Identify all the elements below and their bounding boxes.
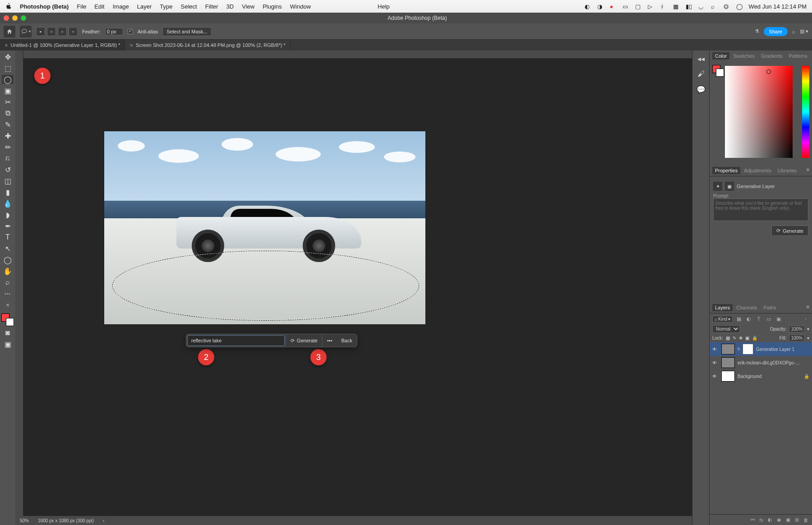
visibility-icon[interactable]: 👁 bbox=[712, 347, 719, 352]
filter-type-icon[interactable]: T bbox=[755, 315, 762, 322]
layer-name[interactable]: Background bbox=[738, 374, 761, 379]
tab-libraries[interactable]: Libraries bbox=[775, 167, 799, 174]
screenmode-tool[interactable]: ▣ bbox=[2, 340, 14, 349]
layer-thumbnail[interactable] bbox=[721, 357, 735, 368]
menu-type[interactable]: Type bbox=[160, 3, 172, 10]
selection-add-icon[interactable]: ▫ bbox=[47, 27, 56, 36]
document-tab[interactable]: × Untitled-1 @ 100% (Generative Layer 1,… bbox=[0, 40, 125, 51]
layer-filter-kind[interactable]: ⌕ Kind ▾ bbox=[712, 316, 733, 322]
zoom-level[interactable]: 50% bbox=[20, 518, 29, 523]
zoom-tool[interactable]: ⌕ bbox=[2, 278, 14, 287]
blur-tool[interactable]: 💧 bbox=[2, 199, 14, 208]
canvas[interactable]: 1 2 3 ⟳Generate ••• Back bbox=[23, 59, 692, 516]
calendar-icon[interactable]: ▦ bbox=[673, 3, 679, 9]
mask-icon[interactable]: ◐ bbox=[768, 517, 772, 523]
tab-channels[interactable]: Channels bbox=[734, 304, 760, 311]
battery-icon[interactable]: ▮▯ bbox=[686, 3, 692, 9]
fill-value[interactable]: 100% bbox=[789, 335, 804, 341]
swap-colors-icon[interactable]: ⤭ bbox=[2, 300, 14, 309]
app-name[interactable]: Photoshop (Beta) bbox=[20, 3, 69, 10]
shape-tool[interactable]: ◯ bbox=[2, 255, 14, 264]
brush-panel-icon[interactable]: 🖌 bbox=[697, 69, 706, 78]
selection-intersect-icon[interactable]: ▫ bbox=[69, 27, 78, 36]
home-button[interactable] bbox=[4, 26, 15, 37]
menu-filter[interactable]: Filter bbox=[205, 3, 218, 10]
brush-tool[interactable]: ✏ bbox=[2, 143, 14, 152]
delete-icon[interactable]: 🗑 bbox=[803, 517, 808, 523]
document-tab[interactable]: × Screen Shot 2023-06-14 at 12.04.48 PM.… bbox=[125, 40, 290, 51]
menu-help[interactable]: Help bbox=[378, 3, 390, 10]
menu-window[interactable]: Window bbox=[290, 3, 311, 10]
filter-pixel-icon[interactable]: ▦ bbox=[735, 315, 743, 322]
close-tab-icon[interactable]: × bbox=[129, 42, 133, 49]
clock[interactable]: Wed Jun 14 12:14 PM bbox=[749, 3, 807, 10]
feather-input[interactable] bbox=[105, 28, 123, 35]
siri-icon[interactable]: ◯ bbox=[736, 3, 743, 9]
menu-plugins[interactable]: Plugins bbox=[263, 3, 282, 10]
tab-layers[interactable]: Layers bbox=[712, 304, 733, 311]
menu-edit[interactable]: Edit bbox=[94, 3, 104, 10]
filter-adjust-icon[interactable]: ◐ bbox=[745, 315, 752, 322]
workspace-icon[interactable]: ▥ ▾ bbox=[800, 28, 808, 34]
menu-file[interactable]: File bbox=[77, 3, 86, 10]
adjustment-icon[interactable]: ◉ bbox=[777, 517, 781, 523]
prompt-textarea[interactable] bbox=[713, 198, 808, 221]
tab-patterns[interactable]: Patterns bbox=[786, 52, 810, 60]
clone-tool[interactable]: ⎌ bbox=[2, 154, 14, 163]
filter-shape-icon[interactable]: ▭ bbox=[765, 315, 772, 322]
status-icon[interactable]: ◑ bbox=[597, 3, 604, 9]
lock-position-icon[interactable]: ✥ bbox=[739, 336, 743, 341]
lasso-tool-icon[interactable]: ▾ bbox=[20, 26, 32, 37]
beaker-icon[interactable]: ⚗ bbox=[755, 28, 759, 34]
antialias-checkbox[interactable] bbox=[128, 29, 133, 34]
back-button[interactable]: Back bbox=[337, 334, 357, 347]
hand-tool[interactable]: ✋ bbox=[2, 267, 14, 276]
menu-layer[interactable]: Layer bbox=[137, 3, 152, 10]
edit-toolbar[interactable]: ••• bbox=[2, 289, 14, 298]
tab-paths[interactable]: Paths bbox=[761, 304, 779, 311]
layer-name[interactable]: Generative Layer 1 bbox=[756, 347, 794, 352]
color-cursor[interactable] bbox=[766, 69, 771, 74]
layer-row[interactable]: 👁 Background 🔒 bbox=[710, 369, 812, 383]
minimize-icon[interactable] bbox=[12, 15, 18, 21]
layer-row[interactable]: 👁 ⎘ Generative Layer 1 bbox=[710, 342, 812, 356]
path-tool[interactable]: ↖ bbox=[2, 244, 14, 253]
search-icon[interactable]: ⌕ bbox=[792, 29, 795, 34]
link-layers-icon[interactable]: ⚯ bbox=[751, 517, 755, 523]
eraser-tool[interactable]: ◫ bbox=[2, 176, 14, 185]
mini-swatches[interactable] bbox=[712, 65, 724, 77]
object-select-tool[interactable]: ▣ bbox=[2, 86, 14, 95]
pen-tool[interactable]: ✒ bbox=[2, 221, 14, 230]
maximize-icon[interactable] bbox=[21, 15, 26, 21]
tab-adjustments[interactable]: Adjustments bbox=[741, 167, 774, 174]
select-and-mask-button[interactable]: Select and Mask... bbox=[162, 27, 212, 36]
dodge-tool[interactable]: ◗ bbox=[2, 210, 14, 219]
status-icon[interactable]: ◐ bbox=[585, 3, 591, 9]
move-tool[interactable]: ✥ bbox=[2, 52, 14, 61]
vertical-ruler[interactable] bbox=[15, 51, 23, 516]
quickmask-tool[interactable]: ◙ bbox=[2, 328, 14, 337]
lock-nested-icon[interactable]: ▣ bbox=[745, 336, 749, 341]
record-icon[interactable]: ● bbox=[610, 3, 616, 9]
opacity-value[interactable]: 100% bbox=[789, 326, 804, 332]
close-icon[interactable] bbox=[4, 15, 9, 21]
menu-select[interactable]: Select bbox=[181, 3, 197, 10]
properties-generate-button[interactable]: ⟳Generate bbox=[771, 226, 808, 236]
generate-button[interactable]: ⟳Generate bbox=[286, 334, 322, 347]
menu-image[interactable]: Image bbox=[113, 3, 129, 10]
lock-icon[interactable]: 🔒 bbox=[752, 336, 757, 341]
blend-mode-select[interactable]: Normal bbox=[712, 325, 740, 333]
collapse-icon[interactable]: ◂◂ bbox=[697, 54, 706, 63]
play-icon[interactable]: ▷ bbox=[648, 3, 654, 9]
lock-all-icon[interactable]: ▦ bbox=[726, 336, 730, 341]
marquee-tool[interactable]: ⬚ bbox=[2, 64, 14, 73]
type-tool[interactable]: T bbox=[2, 233, 14, 242]
layer-thumbnail[interactable] bbox=[721, 371, 735, 382]
fx-icon[interactable]: fx bbox=[759, 517, 763, 523]
layer-row[interactable]: 👁 erik-mclean-dbLgODXOPgo-unsplash bbox=[710, 356, 812, 369]
tab-color[interactable]: Color bbox=[712, 52, 729, 60]
lock-icon[interactable]: 🔒 bbox=[804, 374, 809, 379]
menu-3d[interactable]: 3D bbox=[226, 3, 234, 10]
close-tab-icon[interactable]: × bbox=[5, 42, 8, 49]
document-image[interactable] bbox=[104, 131, 426, 325]
